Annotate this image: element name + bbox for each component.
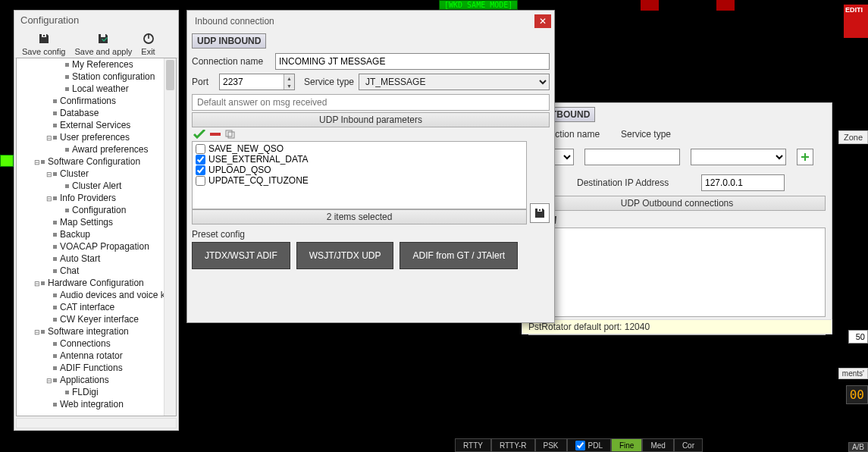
param-label: UPLOAD_QSO xyxy=(208,165,271,175)
rotator-port-hint: PstRotator default port: 12040 xyxy=(522,319,832,334)
bg-red-pill-1 xyxy=(641,0,659,11)
param-checkbox[interactable] xyxy=(196,176,205,186)
save-params-button[interactable] xyxy=(530,203,550,223)
tree-item[interactable]: ⊟Applications xyxy=(17,374,176,386)
tree-v-scrollbar[interactable] xyxy=(164,58,176,416)
tree-item[interactable]: Award preferences xyxy=(17,143,176,155)
tree-item[interactable]: My References xyxy=(17,58,176,71)
svg-rect-4 xyxy=(210,133,221,136)
tree-item[interactable]: ADIF Functions xyxy=(17,362,176,374)
pdl-checkbox[interactable] xyxy=(575,441,585,450)
save-and-apply-button[interactable]: Save and apply xyxy=(70,31,136,58)
param-item[interactable]: UPLOAD_QSO xyxy=(196,165,523,175)
param-label: USE_EXTERNAL_DATA xyxy=(208,154,309,165)
tree-item[interactable]: Backup xyxy=(17,228,176,240)
power-icon xyxy=(143,33,155,46)
tree-item[interactable]: VOACAP Propagation xyxy=(17,240,176,253)
port-spin-up[interactable]: ▲ xyxy=(284,74,294,82)
tree-item[interactable]: ⊟Software integration xyxy=(17,325,176,337)
mode-cell[interactable]: Fine xyxy=(611,438,642,452)
tree-item[interactable]: Audio devices and voice keye xyxy=(17,289,176,301)
configuration-tree[interactable]: My ReferencesStation configurationLocal … xyxy=(16,58,177,416)
preset-button[interactable]: JTDX/WSJT ADIF xyxy=(192,242,290,269)
param-label: UPDATE_CQ_ITUZONE xyxy=(208,175,309,186)
inbound-connection-dialog: Inbound connection ✕ UDP INBOUND Connect… xyxy=(186,10,555,323)
mode-cell[interactable]: Med xyxy=(642,438,673,452)
tree-item[interactable]: Auto Start xyxy=(17,253,176,265)
inbound-items-selected: 2 items selected xyxy=(192,209,527,224)
param-checkbox[interactable] xyxy=(196,155,205,165)
svg-rect-6 xyxy=(228,132,234,138)
save-apply-icon xyxy=(97,33,109,46)
param-item[interactable]: SAVE_NEW_QSO xyxy=(196,143,523,154)
bg-edition-badge: EDITI xyxy=(844,5,868,38)
outbound-dest-ip-label: Destination IP Address xyxy=(577,177,691,188)
tree-item[interactable]: Configuration xyxy=(17,204,176,216)
port-spin-down[interactable]: ▼ xyxy=(284,82,294,89)
remove-icon[interactable] xyxy=(210,131,221,137)
tree-item[interactable]: External Services xyxy=(17,119,176,131)
mode-cell[interactable]: RTTY-R xyxy=(491,438,535,452)
mode-cell[interactable]: RTTY xyxy=(455,438,491,452)
tree-item[interactable]: ⊟User preferences xyxy=(17,131,176,143)
copy-params-icon[interactable] xyxy=(225,130,236,139)
tree-item[interactable]: Connections xyxy=(17,337,176,350)
preset-button[interactable]: ADIF from GT / JTAlert xyxy=(400,242,518,269)
mode-cell[interactable]: PDL xyxy=(567,438,611,452)
tree-item[interactable]: FLDigi xyxy=(17,386,176,398)
tree-item[interactable]: Antenna rotator xyxy=(17,350,176,362)
tree-item[interactable]: CAT interface xyxy=(17,301,176,313)
bg-wkd-mode-label: [WKD SAME MODE] xyxy=(439,0,518,10)
tree-item[interactable]: Web integration xyxy=(17,398,176,410)
svg-rect-1 xyxy=(148,33,149,39)
tree-item[interactable]: ⊟Info Providers xyxy=(17,192,176,204)
param-item[interactable]: USE_EXTERNAL_DATA xyxy=(196,154,523,165)
outbound-panel: Connection name Service type dcast Desti… xyxy=(522,102,832,330)
check-all-icon[interactable] xyxy=(193,130,205,139)
tree-item[interactable]: Chat xyxy=(17,265,176,277)
bg-zone-label: Zone xyxy=(838,130,868,144)
tree-item[interactable]: Confirmations xyxy=(17,95,176,107)
bottom-mode-bar: RTTYRTTY-RPSK PDLFineMedCor xyxy=(455,438,868,452)
preset-config-label: Preset config xyxy=(192,229,550,240)
mode-cell[interactable]: Cor xyxy=(674,438,703,452)
tree-item[interactable]: ⊟Software Configuration xyxy=(17,155,176,168)
tree-item[interactable]: Station configuration xyxy=(17,71,176,83)
outbound-service-type-select[interactable] xyxy=(691,149,786,165)
save-config-button[interactable]: Save config xyxy=(17,31,70,58)
service-type-label: Service type xyxy=(304,77,354,87)
configuration-window: Configuration Save config Save and apply… xyxy=(14,10,179,431)
tree-item[interactable]: ⊟Cluster xyxy=(17,168,176,180)
default-answer-input[interactable] xyxy=(192,94,550,111)
outbound-dest-ip-input[interactable] xyxy=(701,174,785,191)
save-config-label: Save config xyxy=(22,47,65,56)
mode-cell[interactable]: PSK xyxy=(535,438,567,452)
connection-name-label: Connection name xyxy=(192,56,271,67)
param-item[interactable]: UPDATE_CQ_ITUZONE xyxy=(196,175,523,186)
service-type-select[interactable]: JT_MESSAGE xyxy=(359,74,550,90)
tree-item[interactable]: CW Keyer interface xyxy=(17,313,176,325)
outbound-conn-name-input[interactable] xyxy=(584,149,680,165)
bg-freq-digits: 00 xyxy=(846,385,868,404)
configuration-toolbar: Save config Save and apply Exit xyxy=(14,30,178,58)
param-checkbox[interactable] xyxy=(196,144,205,154)
exit-button[interactable]: Exit xyxy=(136,31,159,58)
outbound-icon-row xyxy=(522,211,832,228)
param-checkbox[interactable] xyxy=(196,165,205,175)
tree-item[interactable]: Map Settings xyxy=(17,216,176,228)
outbound-connection-list[interactable] xyxy=(528,228,826,317)
save-and-apply-label: Save and apply xyxy=(74,47,132,56)
dialog-title: Inbound connection xyxy=(195,16,274,27)
preset-button[interactable]: WSJT/JTDX UDP xyxy=(296,242,394,269)
tree-item[interactable]: ⊟Hardware Configuration xyxy=(17,277,176,289)
connection-name-input[interactable] xyxy=(275,53,550,70)
dialog-close-button[interactable]: ✕ xyxy=(534,14,551,28)
outbound-add-button[interactable] xyxy=(797,149,813,165)
tree-item[interactable]: Database xyxy=(17,107,176,119)
floppy-icon xyxy=(534,207,546,219)
param-label: SAVE_NEW_QSO xyxy=(208,143,284,154)
tree-h-scrollbar[interactable] xyxy=(16,418,177,428)
scroll-thumb[interactable] xyxy=(166,60,174,90)
tree-item[interactable]: Local weather xyxy=(17,83,176,95)
tree-item[interactable]: Cluster Alert xyxy=(17,180,176,192)
